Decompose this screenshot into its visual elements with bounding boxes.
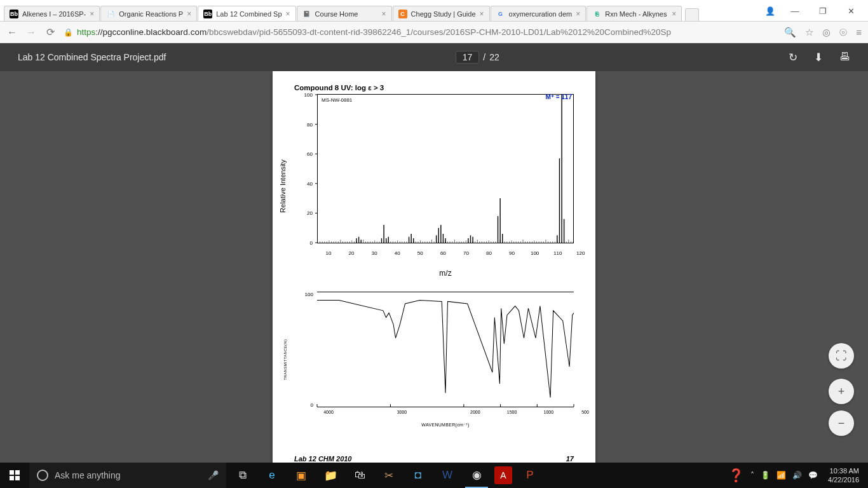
print-button[interactable]: 🖶 (839, 51, 850, 64)
edge-icon[interactable]: e (261, 463, 283, 488)
file-explorer-icon[interactable]: 📁 (319, 463, 342, 488)
favicon-icon: 📓 (302, 10, 311, 18)
video-icon[interactable]: ▣ (290, 463, 313, 488)
clock[interactable]: 10:38 AM 4/22/2016 (824, 466, 863, 484)
ms-x-axis-label: m/z (317, 269, 574, 278)
tab-label: Lab 12 Combined Sp (216, 10, 281, 18)
tab-label: Organic Reactions P (119, 10, 183, 18)
browser-tab[interactable]: 📓Course Home× (297, 6, 392, 21)
svg-text:30: 30 (372, 250, 377, 256)
tray-overflow-icon[interactable]: ˄ (750, 471, 754, 480)
forward-button[interactable]: → (25, 27, 37, 38)
word-icon[interactable]: W (436, 463, 459, 488)
powerpoint-icon[interactable]: P (519, 463, 541, 488)
close-tab-icon[interactable]: × (90, 10, 94, 18)
svg-text:2000: 2000 (470, 410, 480, 414)
browser-tabs: BbAlkenes I – 2016SP-×📄Organic Reactions… (0, 5, 868, 22)
close-tab-icon[interactable]: × (672, 10, 676, 18)
close-tab-icon[interactable]: × (382, 10, 386, 18)
page-heading: Compound 8 UV: log ε > 3 (294, 84, 574, 92)
close-tab-icon[interactable]: × (480, 10, 484, 18)
ir-x-axis-label: WAVENUMBER(cm⁻¹) (317, 423, 574, 428)
zoom-icon[interactable]: 🔍 (784, 27, 796, 38)
browser-tab[interactable]: CChegg Study | Guide× (393, 6, 490, 21)
svg-text:100: 100 (304, 92, 313, 98)
footer-left: Lab 12 CHM 2010 (294, 455, 351, 463)
favicon-icon: G (496, 10, 505, 18)
cortana-placeholder: Ask me anything (55, 470, 121, 480)
fit-page-button[interactable]: ⛶ (829, 343, 854, 369)
chrome-menu-icon[interactable]: ≡ (856, 27, 862, 37)
svg-text:20: 20 (307, 210, 313, 216)
browser-tab[interactable]: ⎘Rxn Mech - Alkynes× (587, 6, 682, 21)
favicon-icon: C (398, 10, 407, 18)
svg-text:80: 80 (307, 122, 313, 128)
maximize-button[interactable]: ❐ (815, 6, 831, 16)
snip-icon[interactable]: ✂ (377, 463, 400, 488)
ext1-icon[interactable]: ◎ (822, 27, 831, 38)
svg-text:40: 40 (307, 181, 313, 187)
url-path: /bbcswebdav/pid-5655093-dt-content-rid-3… (207, 27, 671, 37)
tab-label: Chegg Study | Guide (411, 10, 476, 18)
browser-tab[interactable]: BbAlkenes I – 2016SP-× (4, 6, 100, 21)
favicon-icon: Bb (203, 10, 212, 18)
svg-text:20: 20 (349, 250, 355, 256)
help-icon[interactable]: ❓ (728, 468, 744, 483)
bookmark-star-icon[interactable]: ☆ (805, 27, 813, 38)
url-field[interactable]: 🔒 https://pgcconline.blackboard.com/bbcs… (64, 27, 776, 37)
svg-text:3000: 3000 (397, 410, 407, 414)
ir-spectrum-chart: 1000 (317, 292, 574, 407)
task-view-button[interactable]: ⧉ (231, 463, 254, 488)
url-proto: https (77, 27, 95, 37)
close-tab-icon[interactable]: × (286, 10, 290, 18)
svg-text:100: 100 (304, 292, 313, 297)
start-button[interactable] (0, 463, 29, 488)
battery-icon[interactable]: 🔋 (761, 471, 770, 480)
ext2-icon[interactable]: ⦾ (839, 27, 847, 38)
close-tab-icon[interactable]: × (576, 10, 580, 18)
chrome-icon[interactable]: ◉ (465, 463, 488, 488)
minimize-button[interactable]: — (787, 6, 803, 16)
store-icon[interactable]: 🛍 (348, 463, 371, 488)
cortana-search[interactable]: Ask me anything 🎤 (29, 463, 226, 488)
new-tab-button[interactable] (685, 8, 699, 21)
svg-text:100: 100 (531, 250, 539, 256)
footer-right: 17 (566, 455, 574, 463)
svg-text:80: 80 (486, 250, 492, 256)
mass-spectrum-chart: MS-NW-0881 M⁺ = 117 020406080100 (317, 94, 574, 243)
svg-rect-178 (15, 476, 20, 480)
url-host: ://pgcconline.blackboard.com (95, 27, 207, 37)
page-indicator: 17 / 22 (456, 51, 499, 64)
back-button[interactable]: ← (6, 27, 18, 38)
browser-tab[interactable]: BbLab 12 Combined Sp× (198, 6, 295, 21)
hp-icon[interactable]: ◘ (407, 463, 430, 488)
close-window-button[interactable]: ✕ (843, 6, 859, 16)
download-button[interactable]: ⬇ (814, 51, 823, 64)
svg-text:1000: 1000 (543, 410, 553, 414)
volume-icon[interactable]: 🔊 (792, 471, 802, 480)
rotate-button[interactable]: ↻ (789, 51, 797, 64)
browser-tab[interactable]: 📄Organic Reactions P× (100, 6, 197, 21)
taskbar: Ask me anything 🎤 ⧉ e ▣ 📁 🛍 ✂ ◘ W ◉ A P … (0, 463, 868, 488)
svg-text:40: 40 (395, 250, 400, 256)
mic-icon[interactable]: 🎤 (208, 470, 219, 480)
favicon-icon: Bb (10, 10, 18, 18)
svg-text:500: 500 (581, 410, 589, 414)
page-current-input[interactable]: 17 (456, 51, 480, 64)
zoom-out-button[interactable]: − (829, 410, 854, 436)
svg-text:110: 110 (553, 250, 562, 256)
action-center-icon[interactable]: 💬 (808, 471, 818, 480)
tab-label: oxymercuration dem (509, 10, 573, 18)
adobe-reader-icon[interactable]: A (494, 466, 512, 484)
tab-label: Alkenes I – 2016SP- (22, 10, 86, 18)
wifi-icon[interactable]: 📶 (776, 471, 786, 480)
pdf-viewer[interactable]: Compound 8 UV: log ε > 3 Relative Intens… (0, 71, 868, 463)
zoom-in-button[interactable]: + (829, 379, 854, 404)
ms-id-label: MS-NW-0881 (322, 97, 352, 103)
close-tab-icon[interactable]: × (187, 10, 191, 18)
user-icon[interactable]: 👤 (765, 6, 775, 16)
browser-tab[interactable]: Goxymercuration dem× (491, 6, 587, 21)
reload-button[interactable]: ⟳ (44, 26, 56, 38)
pdf-page: Compound 8 UV: log ε > 3 Relative Intens… (273, 71, 595, 463)
ir-y-axis-label: TRANSMITTANCE(%) (283, 339, 287, 381)
